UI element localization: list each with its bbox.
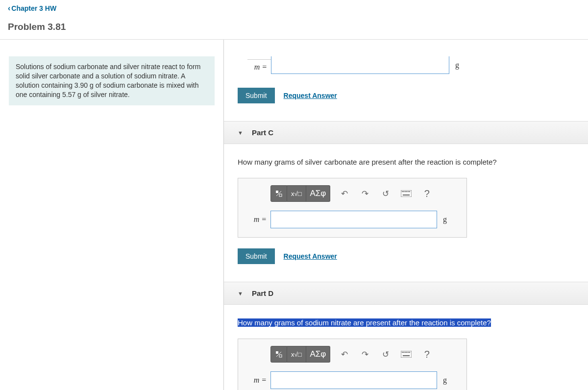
svg-rect-21 [403,355,410,356]
part-d-title: Part D [252,289,273,297]
answer-input[interactable] [271,56,449,74]
chevron-left-icon: ‹ [8,4,10,13]
svg-rect-7 [406,191,407,192]
submit-button[interactable]: Submit [238,248,275,264]
svg-rect-8 [408,191,409,192]
part-d-header[interactable]: ▼ Part D [224,282,588,305]
part-c-body: How many grams of silver carbonate are p… [224,144,588,264]
back-link[interactable]: ‹ Chapter 3 HW [8,4,56,13]
request-answer-link[interactable]: Request Answer [284,92,337,99]
equation-toolbar: x√□ ΑΣφ ↶ ↷ ↺ ? [270,346,458,363]
svg-rect-4 [402,191,403,192]
answer-input[interactable] [270,371,437,389]
problem-title: Problem 3.81 [8,22,580,32]
sqrt-tool-icon[interactable]: x√□ [287,346,306,363]
svg-rect-1 [279,194,282,196]
redo-icon[interactable]: ↷ [355,185,375,202]
variable-label: m = [247,59,271,72]
right-column: m = g Submit Request Answer ▼ Part C How… [224,40,588,390]
svg-rect-11 [276,351,278,354]
svg-rect-16 [403,352,404,353]
submit-button[interactable]: Submit [238,88,275,103]
main-area: Solutions of sodium carbonate and silver… [0,40,588,390]
unit-label: g [443,215,447,224]
variable-label: m = [247,376,270,385]
answer-toolbox: x√□ ΑΣφ ↶ ↷ ↺ ? m = g [238,178,467,238]
svg-rect-9 [409,191,410,192]
undo-icon[interactable]: ↶ [334,346,355,363]
svg-rect-0 [276,191,278,193]
part-d-body: How many grams of sodium nitrate are pre… [224,305,588,390]
sqrt-tool-icon[interactable]: x√□ [287,185,306,202]
help-icon[interactable]: ? [416,185,437,202]
svg-rect-6 [405,191,406,192]
svg-rect-12 [279,355,282,357]
part-b-tail: m = g Submit Request Answer [224,56,588,103]
part-c-title: Part C [252,128,273,137]
unit-label: g [455,61,459,70]
greek-tool-button[interactable]: ΑΣφ [306,185,331,202]
answer-row: m = g [247,56,574,74]
svg-rect-15 [402,352,403,353]
request-answer-link[interactable]: Request Answer [284,252,337,260]
submit-row: Submit Request Answer [238,88,574,103]
reset-icon[interactable]: ↺ [375,346,396,363]
part-c-header[interactable]: ▼ Part C [224,121,588,144]
keyboard-icon[interactable] [396,346,416,363]
collapse-icon: ▼ [238,130,243,136]
collapse-icon: ▼ [238,291,243,296]
unit-label: g [443,376,447,385]
help-icon[interactable]: ? [416,346,437,363]
fraction-tool-icon[interactable] [270,346,287,363]
svg-rect-18 [406,352,407,353]
submit-row: Submit Request Answer [238,248,574,264]
equation-toolbar: x√□ ΑΣφ ↶ ↷ ↺ ? [270,185,458,202]
greek-tool-button[interactable]: ΑΣφ [306,346,331,363]
redo-icon[interactable]: ↷ [355,346,375,363]
page-header: ‹ Chapter 3 HW Problem 3.81 [0,0,588,40]
svg-rect-20 [409,352,410,353]
back-link-label: Chapter 3 HW [11,4,56,12]
part-c-question: How many grams of silver carbonate are p… [238,158,574,166]
part-d-question: How many grams of sodium nitrate are pre… [238,318,491,327]
answer-row: m = g [247,371,458,389]
variable-label: m = [247,215,270,224]
answer-input[interactable] [270,211,437,228]
answer-toolbox: x√□ ΑΣφ ↶ ↷ ↺ ? m = g [238,339,467,390]
answer-row: m = g [247,211,458,228]
left-column: Solutions of sodium carbonate and silver… [0,40,224,390]
fraction-tool-icon[interactable] [270,185,287,202]
svg-rect-17 [405,352,406,353]
reset-icon[interactable]: ↺ [375,185,396,202]
svg-rect-10 [403,195,410,195]
problem-statement: Solutions of sodium carbonate and silver… [9,56,215,105]
keyboard-icon[interactable] [396,185,416,202]
undo-icon[interactable]: ↶ [334,185,355,202]
svg-rect-5 [403,191,404,192]
svg-rect-19 [408,352,409,353]
